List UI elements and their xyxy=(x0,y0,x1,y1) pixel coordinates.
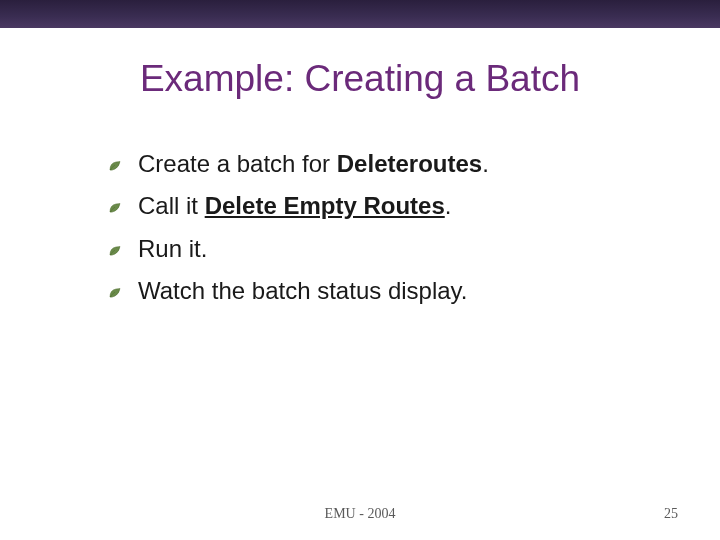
text-segment: . xyxy=(482,150,489,177)
bullet-list: Create a batch for Deleteroutes. Call it… xyxy=(108,148,660,318)
bullet-text: Run it. xyxy=(138,233,207,265)
slide-number: 25 xyxy=(664,506,678,522)
decorative-top-band xyxy=(0,0,720,28)
bullet-text: Call it Delete Empty Routes. xyxy=(138,190,451,222)
footer-center-text: EMU - 2004 xyxy=(0,506,720,522)
bullet-text: Create a batch for Deleteroutes. xyxy=(138,148,489,180)
text-segment: Create a batch for xyxy=(138,150,337,177)
list-item: Run it. xyxy=(108,233,660,265)
text-segment: Watch the batch status display. xyxy=(138,277,468,304)
leaf-bullet-icon xyxy=(108,279,124,307)
list-item: Watch the batch status display. xyxy=(108,275,660,307)
list-item: Create a batch for Deleteroutes. xyxy=(108,148,660,180)
slide-title: Example: Creating a Batch xyxy=(0,58,720,100)
text-segment-bold-underline: Delete Empty Routes xyxy=(205,192,445,219)
leaf-bullet-icon xyxy=(108,237,124,265)
text-segment-bold: Deleteroutes xyxy=(337,150,482,177)
text-segment: . xyxy=(445,192,452,219)
list-item: Call it Delete Empty Routes. xyxy=(108,190,660,222)
bullet-text: Watch the batch status display. xyxy=(138,275,468,307)
text-segment: Run it. xyxy=(138,235,207,262)
leaf-bullet-icon xyxy=(108,152,124,180)
text-segment: Call it xyxy=(138,192,205,219)
leaf-bullet-icon xyxy=(108,194,124,222)
